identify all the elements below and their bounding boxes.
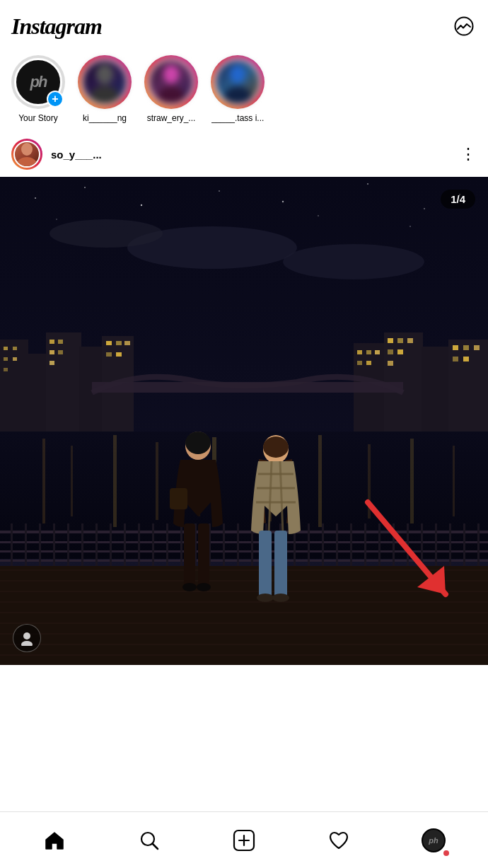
svg-rect-89 bbox=[138, 523, 140, 566]
svg-rect-40 bbox=[116, 341, 122, 345]
svg-rect-90 bbox=[152, 523, 154, 566]
svg-rect-119 bbox=[0, 612, 488, 613]
svg-point-1 bbox=[96, 64, 113, 84]
svg-point-20 bbox=[409, 226, 411, 227]
svg-point-6 bbox=[224, 86, 251, 104]
svg-point-19 bbox=[318, 215, 319, 216]
story-item-user2[interactable]: straw_ery_... bbox=[144, 55, 198, 123]
stories-row: ph + Your Story ki______ng bbox=[0, 50, 488, 132]
svg-rect-80 bbox=[11, 523, 13, 566]
svg-rect-29 bbox=[4, 347, 8, 350]
svg-rect-53 bbox=[388, 338, 393, 343]
svg-rect-63 bbox=[463, 357, 469, 361]
nav-profile-notification bbox=[443, 850, 449, 856]
nav-search[interactable] bbox=[128, 819, 170, 862]
svg-rect-35 bbox=[58, 340, 63, 344]
svg-point-16 bbox=[424, 208, 425, 209]
user2-avatar-wrap[interactable] bbox=[144, 55, 198, 109]
svg-rect-36 bbox=[50, 350, 54, 354]
nav-profile[interactable]: ph bbox=[412, 819, 455, 862]
svg-rect-62 bbox=[453, 357, 458, 361]
svg-rect-48 bbox=[357, 350, 362, 354]
svg-rect-102 bbox=[322, 523, 324, 566]
svg-point-136 bbox=[272, 594, 289, 602]
svg-rect-120 bbox=[0, 623, 488, 624]
svg-rect-121 bbox=[0, 633, 488, 635]
nav-profile-avatar: ph bbox=[422, 828, 446, 852]
svg-point-132 bbox=[263, 436, 289, 458]
svg-rect-32 bbox=[13, 357, 17, 361]
user1-avatar-wrap[interactable] bbox=[78, 55, 132, 109]
add-story-badge[interactable]: + bbox=[47, 91, 64, 108]
svg-rect-51 bbox=[357, 361, 362, 365]
svg-point-137 bbox=[23, 632, 30, 640]
nav-activity[interactable] bbox=[318, 819, 360, 862]
post-user-icon[interactable] bbox=[13, 624, 41, 652]
svg-point-11 bbox=[84, 187, 86, 188]
user3-avatar bbox=[214, 58, 262, 106]
post-image[interactable]: 1/4 bbox=[0, 177, 488, 665]
svg-rect-103 bbox=[336, 523, 338, 566]
your-story-initials: ph bbox=[30, 73, 47, 91]
your-story-avatar-wrap[interactable]: ph + bbox=[11, 55, 65, 109]
svg-rect-127 bbox=[184, 523, 195, 587]
svg-rect-112 bbox=[463, 523, 465, 566]
svg-rect-128 bbox=[198, 523, 209, 587]
svg-rect-81 bbox=[25, 523, 27, 566]
svg-rect-87 bbox=[110, 523, 112, 566]
svg-point-7 bbox=[21, 143, 33, 156]
svg-point-14 bbox=[282, 201, 284, 202]
svg-rect-25 bbox=[27, 354, 48, 432]
svg-rect-60 bbox=[463, 345, 469, 350]
svg-point-23 bbox=[283, 244, 424, 279]
user3-avatar-wrap[interactable] bbox=[211, 55, 265, 109]
svg-rect-101 bbox=[308, 523, 310, 566]
svg-point-125 bbox=[185, 432, 211, 454]
story-item-your-story[interactable]: ph + Your Story bbox=[11, 55, 65, 123]
story-item-user3[interactable]: _____.tass i... bbox=[211, 55, 265, 123]
svg-rect-59 bbox=[453, 345, 458, 350]
svg-rect-58 bbox=[388, 361, 393, 366]
svg-rect-47 bbox=[448, 340, 488, 432]
svg-rect-54 bbox=[397, 338, 403, 343]
post-user-info[interactable]: so_y___... bbox=[11, 139, 102, 170]
svg-point-18 bbox=[56, 219, 57, 220]
svg-rect-85 bbox=[81, 523, 83, 566]
svg-rect-91 bbox=[166, 523, 168, 566]
svg-point-130 bbox=[197, 583, 211, 591]
story-item-user1[interactable]: ki______ng bbox=[78, 55, 132, 123]
svg-rect-126 bbox=[170, 488, 187, 509]
svg-rect-92 bbox=[180, 523, 182, 566]
svg-rect-67 bbox=[71, 446, 73, 516]
svg-rect-31 bbox=[4, 357, 8, 361]
svg-rect-46 bbox=[422, 347, 450, 432]
svg-rect-52 bbox=[366, 361, 371, 365]
svg-rect-30 bbox=[13, 347, 17, 350]
svg-rect-88 bbox=[124, 523, 126, 566]
svg-rect-83 bbox=[53, 523, 55, 566]
post-username: so_y___... bbox=[51, 149, 102, 161]
svg-rect-43 bbox=[116, 352, 122, 357]
svg-rect-57 bbox=[397, 349, 403, 354]
user2-avatar bbox=[147, 58, 195, 106]
nav-create[interactable] bbox=[223, 819, 265, 862]
post-more-button[interactable]: ⋮ bbox=[460, 146, 477, 162]
svg-rect-49 bbox=[366, 350, 371, 354]
svg-rect-50 bbox=[375, 350, 380, 354]
svg-rect-96 bbox=[237, 523, 239, 566]
user2-ring bbox=[144, 55, 198, 109]
user2-label: straw_ery_... bbox=[147, 113, 196, 123]
your-story-label: Your Story bbox=[18, 113, 58, 123]
svg-rect-69 bbox=[156, 442, 158, 520]
nav-home[interactable] bbox=[33, 819, 76, 862]
svg-point-12 bbox=[141, 204, 142, 206]
svg-point-2 bbox=[91, 86, 119, 104]
svg-rect-56 bbox=[388, 349, 393, 354]
svg-rect-33 bbox=[4, 368, 8, 371]
svg-rect-66 bbox=[42, 439, 45, 523]
user1-ring bbox=[78, 55, 132, 109]
svg-point-10 bbox=[35, 197, 36, 199]
messenger-button[interactable] bbox=[451, 13, 477, 39]
app-header: Instagram bbox=[0, 0, 488, 50]
svg-rect-26 bbox=[46, 332, 81, 432]
